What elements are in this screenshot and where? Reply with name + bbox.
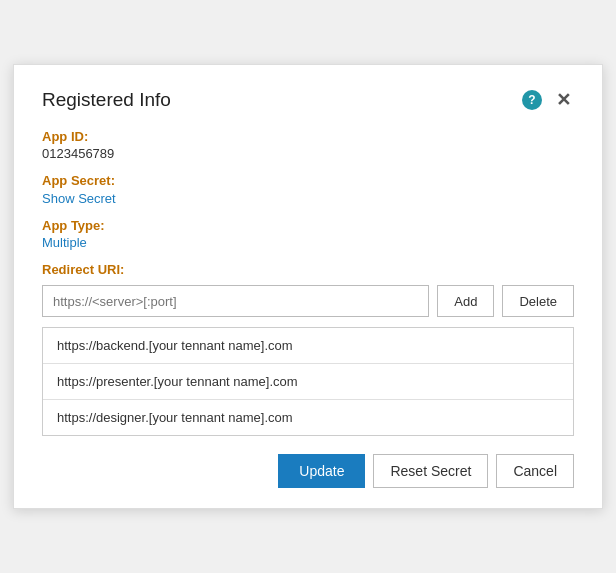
header-icons: ? ✕: [522, 89, 574, 111]
show-secret-link[interactable]: Show Secret: [42, 191, 116, 206]
cancel-button[interactable]: Cancel: [496, 454, 574, 488]
app-type-value: Multiple: [42, 235, 574, 250]
uri-list: https://backend.[your tennant name].com …: [42, 327, 574, 436]
app-id-value: 0123456789: [42, 146, 574, 161]
delete-button[interactable]: Delete: [502, 285, 574, 317]
app-type-label: App Type:: [42, 218, 574, 233]
uri-input[interactable]: [42, 285, 429, 317]
close-button[interactable]: ✕: [552, 89, 574, 111]
help-icon[interactable]: ?: [522, 90, 542, 110]
update-button[interactable]: Update: [278, 454, 365, 488]
app-type-section: App Type: Multiple: [42, 218, 574, 250]
list-item[interactable]: https://presenter.[your tennant name].co…: [43, 364, 573, 400]
list-item[interactable]: https://backend.[your tennant name].com: [43, 328, 573, 364]
app-secret-label: App Secret:: [42, 173, 574, 188]
add-button[interactable]: Add: [437, 285, 494, 317]
dialog-footer: Update Reset Secret Cancel: [42, 454, 574, 488]
redirect-uri-label: Redirect URI:: [42, 262, 574, 277]
uri-input-row: Add Delete: [42, 285, 574, 317]
list-item[interactable]: https://designer.[your tennant name].com: [43, 400, 573, 435]
app-id-label: App ID:: [42, 129, 574, 144]
registered-info-dialog: Registered Info ? ✕ App ID: 0123456789 A…: [13, 64, 603, 509]
dialog-header: Registered Info ? ✕: [42, 89, 574, 111]
dialog-title: Registered Info: [42, 89, 171, 111]
app-id-section: App ID: 0123456789: [42, 129, 574, 161]
reset-secret-button[interactable]: Reset Secret: [373, 454, 488, 488]
app-secret-section: App Secret: Show Secret: [42, 173, 574, 206]
